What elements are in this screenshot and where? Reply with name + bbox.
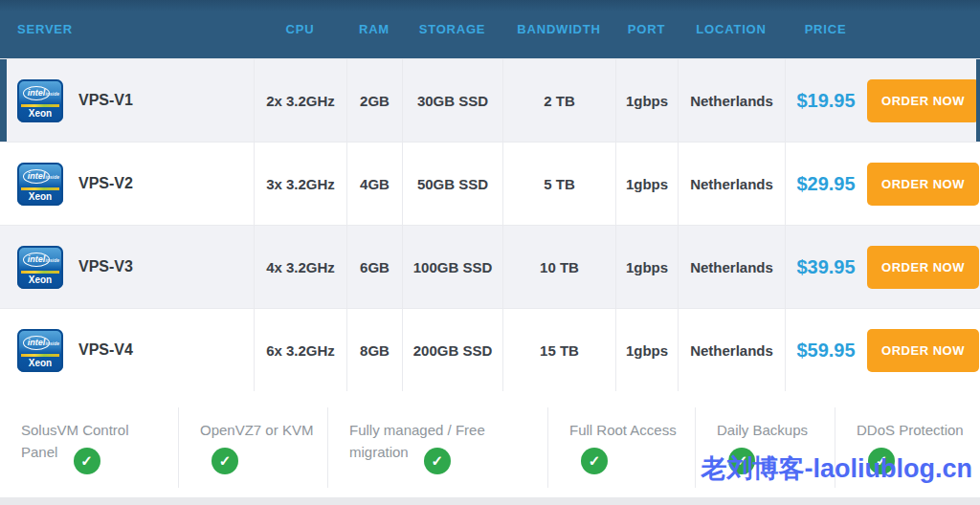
- column-header-location: LOCATION: [678, 22, 785, 36]
- ram-cell: 8GB: [346, 309, 402, 391]
- order-now-button[interactable]: ORDER NOW: [867, 329, 979, 372]
- storage-cell: 100GB SSD: [402, 226, 502, 308]
- order-now-button[interactable]: ORDER NOW: [867, 79, 979, 122]
- xeon-badge-stripe: [21, 354, 59, 357]
- xeon-badge-stripe: [21, 187, 59, 190]
- check-circle-icon: ✓: [728, 448, 755, 474]
- order-cell: ORDER NOW: [866, 59, 980, 142]
- price-cell: $19.95: [785, 59, 866, 142]
- price-cell: $29.95: [785, 143, 866, 225]
- location-cell: Netherlands: [678, 309, 785, 391]
- bandwidth-cell: 10 TB: [502, 226, 615, 308]
- xeon-label: Xeon: [17, 191, 63, 202]
- feature-label: Fully managed / Free migration: [349, 422, 485, 460]
- column-header-server: SERVER: [0, 22, 254, 36]
- bandwidth-cell: 2 TB: [502, 59, 615, 142]
- bandwidth-cell: 5 TB: [502, 143, 615, 225]
- intel-inside-label: inside: [46, 91, 59, 97]
- bottom-divider: [0, 497, 980, 505]
- column-header-ram: RAM: [346, 22, 402, 36]
- cpu-cell: 4x 3.2GHz: [254, 226, 346, 308]
- location-cell: Netherlands: [678, 143, 785, 225]
- feature-managed-migration: Fully managed / Free migration ✓: [328, 407, 548, 488]
- order-now-button[interactable]: ORDER NOW: [867, 246, 979, 289]
- server-name: VPS-V1: [78, 92, 133, 109]
- ram-cell: 2GB: [346, 59, 402, 142]
- feature-label: OpenVZ7 or KVM: [200, 422, 313, 438]
- order-cell: ORDER NOW: [866, 309, 980, 391]
- feature-root-access: Full Root Access ✓: [548, 407, 696, 488]
- bandwidth-cell: 15 TB: [502, 309, 615, 391]
- price-cell: $39.95: [785, 226, 866, 308]
- feature-daily-backups: Daily Backups ✓: [696, 407, 835, 488]
- intel-xeon-badge-icon: intel inside Xeon: [17, 246, 63, 289]
- cpu-cell: 6x 3.2GHz: [254, 309, 346, 391]
- table-row: intel inside Xeon VPS-V3 4x 3.2GHz 6GB 1…: [0, 225, 980, 308]
- check-circle-icon: ✓: [74, 448, 100, 474]
- feature-solusvm: SolusVM Control Panel ✓: [0, 407, 179, 488]
- cpu-cell: 2x 3.2GHz: [254, 59, 346, 142]
- order-now-button[interactable]: ORDER NOW: [867, 163, 979, 206]
- server-cell: intel inside Xeon VPS-V2: [0, 143, 254, 225]
- table-row: intel inside Xeon VPS-V4 6x 3.2GHz 8GB 2…: [0, 308, 980, 391]
- intel-xeon-badge-icon: intel inside Xeon: [17, 329, 63, 372]
- feature-label: DDoS Protection: [857, 422, 964, 438]
- check-circle-icon: ✓: [581, 448, 608, 474]
- port-cell: 1gbps: [615, 143, 678, 225]
- xeon-label: Xeon: [17, 274, 63, 285]
- storage-cell: 200GB SSD: [402, 309, 502, 391]
- xeon-label: Xeon: [17, 108, 63, 119]
- feature-virtualization: OpenVZ7 or KVM ✓: [179, 407, 328, 488]
- port-cell: 1gbps: [615, 226, 678, 308]
- column-header-bandwidth: BANDWIDTH: [502, 22, 615, 36]
- check-circle-icon: ✓: [868, 448, 895, 474]
- intel-xeon-badge-icon: intel inside Xeon: [17, 79, 63, 122]
- xeon-label: Xeon: [17, 358, 63, 368]
- ram-cell: 6GB: [346, 226, 402, 308]
- xeon-badge-stripe: [21, 271, 59, 274]
- features-strip: SolusVM Control Panel ✓ OpenVZ7 or KVM ✓…: [0, 391, 980, 497]
- column-header-port: PORT: [615, 22, 678, 36]
- server-cell: intel inside Xeon VPS-V1: [0, 59, 254, 142]
- order-cell: ORDER NOW: [866, 143, 980, 225]
- check-circle-icon: ✓: [424, 448, 451, 474]
- feature-ddos-protection: DDoS Protection ✓: [835, 407, 980, 488]
- price-cell: $59.95: [785, 309, 866, 391]
- table-header-row: SERVER CPU RAM STORAGE BANDWIDTH PORT LO…: [0, 0, 980, 58]
- intel-inside-label: inside: [46, 340, 59, 346]
- ram-cell: 4GB: [346, 143, 402, 225]
- server-cell: intel inside Xeon VPS-V4: [0, 309, 254, 391]
- location-cell: Netherlands: [678, 226, 785, 308]
- table-row: intel inside Xeon VPS-V1 2x 3.2GHz 2GB 3…: [0, 58, 980, 142]
- check-circle-icon: ✓: [212, 448, 238, 474]
- port-cell: 1gbps: [615, 309, 678, 391]
- intel-inside-label: inside: [46, 257, 59, 263]
- column-header-cpu: CPU: [254, 22, 346, 36]
- feature-label: Daily Backups: [717, 422, 808, 438]
- column-header-storage: STORAGE: [402, 22, 502, 36]
- storage-cell: 50GB SSD: [402, 143, 502, 225]
- server-name: VPS-V2: [78, 175, 133, 192]
- cpu-cell: 3x 3.2GHz: [254, 143, 346, 225]
- table-row: intel inside Xeon VPS-V2 3x 3.2GHz 4GB 5…: [0, 142, 980, 225]
- server-cell: intel inside Xeon VPS-V3: [0, 226, 254, 308]
- location-cell: Netherlands: [678, 59, 785, 142]
- vps-pricing-table: SERVER CPU RAM STORAGE BANDWIDTH PORT LO…: [0, 0, 980, 505]
- order-cell: ORDER NOW: [866, 226, 980, 308]
- server-name: VPS-V4: [78, 341, 133, 359]
- storage-cell: 30GB SSD: [402, 59, 502, 142]
- intel-xeon-badge-icon: intel inside Xeon: [17, 163, 63, 206]
- feature-label: Full Root Access: [569, 422, 677, 438]
- server-name: VPS-V3: [78, 258, 133, 275]
- intel-inside-label: inside: [46, 174, 59, 180]
- xeon-badge-stripe: [21, 104, 59, 107]
- column-header-price: PRICE: [785, 22, 866, 36]
- port-cell: 1gbps: [615, 59, 678, 142]
